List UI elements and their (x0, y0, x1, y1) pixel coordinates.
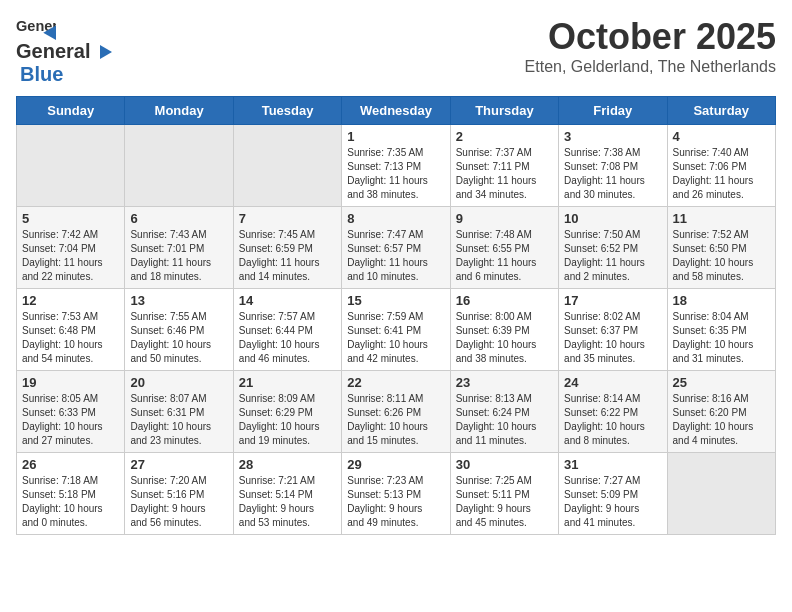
day-number: 20 (130, 375, 227, 390)
logo-triangle-icon (92, 41, 114, 63)
day-number: 24 (564, 375, 661, 390)
calendar-cell: 27Sunrise: 7:20 AMSunset: 5:16 PMDayligh… (125, 453, 233, 535)
page-header: General General Blue October 2025 Etten,… (16, 16, 776, 86)
header-friday: Friday (559, 97, 667, 125)
day-info: Sunrise: 7:40 AMSunset: 7:06 PMDaylight:… (673, 146, 770, 202)
calendar-cell: 25Sunrise: 8:16 AMSunset: 6:20 PMDayligh… (667, 371, 775, 453)
day-number: 30 (456, 457, 553, 472)
title-block: October 2025 Etten, Gelderland, The Neth… (525, 16, 776, 76)
day-info: Sunrise: 8:02 AMSunset: 6:37 PMDaylight:… (564, 310, 661, 366)
day-number: 7 (239, 211, 336, 226)
calendar-cell: 11Sunrise: 7:52 AMSunset: 6:50 PMDayligh… (667, 207, 775, 289)
day-number: 14 (239, 293, 336, 308)
day-number: 25 (673, 375, 770, 390)
day-number: 1 (347, 129, 444, 144)
day-number: 3 (564, 129, 661, 144)
day-number: 4 (673, 129, 770, 144)
calendar-cell: 16Sunrise: 8:00 AMSunset: 6:39 PMDayligh… (450, 289, 558, 371)
day-number: 26 (22, 457, 119, 472)
header-tuesday: Tuesday (233, 97, 341, 125)
calendar-cell: 13Sunrise: 7:55 AMSunset: 6:46 PMDayligh… (125, 289, 233, 371)
calendar-cell (17, 125, 125, 207)
day-number: 8 (347, 211, 444, 226)
day-info: Sunrise: 8:16 AMSunset: 6:20 PMDaylight:… (673, 392, 770, 448)
day-number: 28 (239, 457, 336, 472)
day-info: Sunrise: 7:45 AMSunset: 6:59 PMDaylight:… (239, 228, 336, 284)
calendar-week-4: 19Sunrise: 8:05 AMSunset: 6:33 PMDayligh… (17, 371, 776, 453)
calendar-cell: 6Sunrise: 7:43 AMSunset: 7:01 PMDaylight… (125, 207, 233, 289)
calendar-cell: 20Sunrise: 8:07 AMSunset: 6:31 PMDayligh… (125, 371, 233, 453)
calendar-cell: 21Sunrise: 8:09 AMSunset: 6:29 PMDayligh… (233, 371, 341, 453)
calendar-cell: 24Sunrise: 8:14 AMSunset: 6:22 PMDayligh… (559, 371, 667, 453)
calendar-cell: 14Sunrise: 7:57 AMSunset: 6:44 PMDayligh… (233, 289, 341, 371)
day-number: 15 (347, 293, 444, 308)
svg-marker-2 (100, 45, 112, 59)
day-number: 9 (456, 211, 553, 226)
calendar-cell: 29Sunrise: 7:23 AMSunset: 5:13 PMDayligh… (342, 453, 450, 535)
calendar-cell: 26Sunrise: 7:18 AMSunset: 5:18 PMDayligh… (17, 453, 125, 535)
day-number: 6 (130, 211, 227, 226)
day-number: 21 (239, 375, 336, 390)
calendar-cell: 1Sunrise: 7:35 AMSunset: 7:13 PMDaylight… (342, 125, 450, 207)
header-monday: Monday (125, 97, 233, 125)
calendar-header-row: SundayMondayTuesdayWednesdayThursdayFrid… (17, 97, 776, 125)
day-info: Sunrise: 7:20 AMSunset: 5:16 PMDaylight:… (130, 474, 227, 530)
day-number: 27 (130, 457, 227, 472)
calendar-week-5: 26Sunrise: 7:18 AMSunset: 5:18 PMDayligh… (17, 453, 776, 535)
day-info: Sunrise: 7:48 AMSunset: 6:55 PMDaylight:… (456, 228, 553, 284)
month-title: October 2025 (525, 16, 776, 58)
day-number: 19 (22, 375, 119, 390)
day-info: Sunrise: 7:35 AMSunset: 7:13 PMDaylight:… (347, 146, 444, 202)
day-number: 13 (130, 293, 227, 308)
calendar-cell: 31Sunrise: 7:27 AMSunset: 5:09 PMDayligh… (559, 453, 667, 535)
calendar-cell: 12Sunrise: 7:53 AMSunset: 6:48 PMDayligh… (17, 289, 125, 371)
calendar-cell: 17Sunrise: 8:02 AMSunset: 6:37 PMDayligh… (559, 289, 667, 371)
day-number: 17 (564, 293, 661, 308)
day-number: 10 (564, 211, 661, 226)
calendar-cell: 22Sunrise: 8:11 AMSunset: 6:26 PMDayligh… (342, 371, 450, 453)
day-info: Sunrise: 7:53 AMSunset: 6:48 PMDaylight:… (22, 310, 119, 366)
calendar-cell: 3Sunrise: 7:38 AMSunset: 7:08 PMDaylight… (559, 125, 667, 207)
day-info: Sunrise: 8:05 AMSunset: 6:33 PMDaylight:… (22, 392, 119, 448)
day-info: Sunrise: 7:21 AMSunset: 5:14 PMDaylight:… (239, 474, 336, 530)
day-info: Sunrise: 7:42 AMSunset: 7:04 PMDaylight:… (22, 228, 119, 284)
calendar-cell: 8Sunrise: 7:47 AMSunset: 6:57 PMDaylight… (342, 207, 450, 289)
header-saturday: Saturday (667, 97, 775, 125)
day-number: 22 (347, 375, 444, 390)
calendar-cell: 7Sunrise: 7:45 AMSunset: 6:59 PMDaylight… (233, 207, 341, 289)
day-number: 18 (673, 293, 770, 308)
calendar-cell: 5Sunrise: 7:42 AMSunset: 7:04 PMDaylight… (17, 207, 125, 289)
day-info: Sunrise: 7:25 AMSunset: 5:11 PMDaylight:… (456, 474, 553, 530)
calendar-cell: 23Sunrise: 8:13 AMSunset: 6:24 PMDayligh… (450, 371, 558, 453)
day-info: Sunrise: 7:52 AMSunset: 6:50 PMDaylight:… (673, 228, 770, 284)
calendar-week-2: 5Sunrise: 7:42 AMSunset: 7:04 PMDaylight… (17, 207, 776, 289)
day-info: Sunrise: 7:37 AMSunset: 7:11 PMDaylight:… (456, 146, 553, 202)
day-info: Sunrise: 7:38 AMSunset: 7:08 PMDaylight:… (564, 146, 661, 202)
day-info: Sunrise: 8:13 AMSunset: 6:24 PMDaylight:… (456, 392, 553, 448)
day-info: Sunrise: 7:18 AMSunset: 5:18 PMDaylight:… (22, 474, 119, 530)
logo: General General Blue (16, 16, 116, 86)
day-info: Sunrise: 8:00 AMSunset: 6:39 PMDaylight:… (456, 310, 553, 366)
day-info: Sunrise: 8:07 AMSunset: 6:31 PMDaylight:… (130, 392, 227, 448)
header-wednesday: Wednesday (342, 97, 450, 125)
calendar-cell: 9Sunrise: 7:48 AMSunset: 6:55 PMDaylight… (450, 207, 558, 289)
day-info: Sunrise: 7:27 AMSunset: 5:09 PMDaylight:… (564, 474, 661, 530)
day-info: Sunrise: 7:43 AMSunset: 7:01 PMDaylight:… (130, 228, 227, 284)
day-info: Sunrise: 8:09 AMSunset: 6:29 PMDaylight:… (239, 392, 336, 448)
day-info: Sunrise: 8:04 AMSunset: 6:35 PMDaylight:… (673, 310, 770, 366)
location-subtitle: Etten, Gelderland, The Netherlands (525, 58, 776, 76)
calendar-cell (667, 453, 775, 535)
day-number: 5 (22, 211, 119, 226)
calendar-week-1: 1Sunrise: 7:35 AMSunset: 7:13 PMDaylight… (17, 125, 776, 207)
calendar-cell: 2Sunrise: 7:37 AMSunset: 7:11 PMDaylight… (450, 125, 558, 207)
calendar-table: SundayMondayTuesdayWednesdayThursdayFrid… (16, 96, 776, 535)
calendar-cell: 10Sunrise: 7:50 AMSunset: 6:52 PMDayligh… (559, 207, 667, 289)
calendar-cell: 18Sunrise: 8:04 AMSunset: 6:35 PMDayligh… (667, 289, 775, 371)
calendar-week-3: 12Sunrise: 7:53 AMSunset: 6:48 PMDayligh… (17, 289, 776, 371)
logo-general: General (16, 40, 90, 63)
calendar-cell: 30Sunrise: 7:25 AMSunset: 5:11 PMDayligh… (450, 453, 558, 535)
calendar-cell: 19Sunrise: 8:05 AMSunset: 6:33 PMDayligh… (17, 371, 125, 453)
calendar-cell: 28Sunrise: 7:21 AMSunset: 5:14 PMDayligh… (233, 453, 341, 535)
day-info: Sunrise: 7:57 AMSunset: 6:44 PMDaylight:… (239, 310, 336, 366)
day-number: 2 (456, 129, 553, 144)
